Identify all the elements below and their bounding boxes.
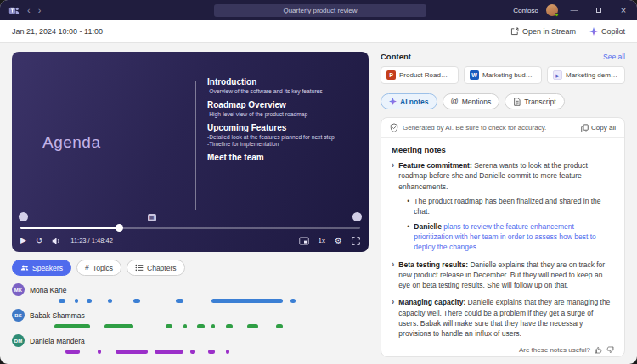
video-file-icon: ▶ (553, 70, 562, 80)
speech-segment (290, 299, 296, 303)
sparkle-icon (389, 98, 397, 105)
thumbs-down-icon[interactable] (606, 346, 614, 354)
note-text: Feature commitment: Serena wants to look… (398, 160, 614, 253)
hash-icon: # (85, 264, 89, 272)
maximize-button[interactable] (590, 6, 607, 14)
tab-transcript[interactable]: Transcript (505, 93, 564, 109)
chapter-marker-icon[interactable]: ▦ (148, 214, 156, 221)
tab-label: Transcript (524, 98, 555, 106)
copilot-icon (589, 27, 598, 36)
minimize-button[interactable]: — (566, 6, 583, 14)
speaker-timeline[interactable] (12, 350, 369, 354)
close-button[interactable]: × (615, 5, 632, 15)
speaker-header: MKMona Kane (12, 283, 369, 296)
timeline-marker-left-icon[interactable] (19, 212, 28, 221)
search-bar[interactable]: Quarterly product review (214, 4, 426, 17)
settings-gear-icon[interactable]: ⚙ (335, 237, 342, 245)
speaker-avatar: MK (12, 283, 25, 296)
speech-segment (226, 350, 229, 354)
filter-chapters[interactable]: Chapters (127, 260, 185, 276)
forward-icon[interactable]: › (38, 6, 42, 15)
slide-bullet: -Timeline for implementation (207, 141, 360, 147)
slide-heading: Meet the team (207, 153, 360, 162)
chevron-right-icon[interactable]: › (392, 297, 394, 339)
filter-label: Topics (93, 264, 113, 272)
account-avatar[interactable] (546, 4, 558, 16)
copy-all-button[interactable]: Copy all (581, 124, 616, 132)
volume-button[interactable] (52, 237, 61, 245)
speaker-row: MKMona Kane (12, 283, 369, 303)
copilot-button[interactable]: Copilot (589, 27, 625, 36)
tab-mentions[interactable]: @Mentions (443, 93, 500, 109)
people-icon (20, 264, 29, 272)
bullet-icon: • (407, 196, 409, 217)
open-in-stream-label: Open in Stream (522, 27, 576, 36)
speech-segment (98, 350, 101, 354)
slide-section: Introduction-Overview of the software an… (207, 77, 360, 94)
slide-bullet: -Detailed look at the features planned f… (207, 134, 360, 140)
speech-segment (116, 350, 148, 354)
transcript-icon (513, 98, 521, 106)
tab-ai-notes[interactable]: AI notes (381, 93, 437, 109)
ai-notes-panel: Generated by AI. Be sure to check for ac… (381, 117, 625, 357)
fullscreen-button[interactable] (352, 237, 360, 245)
replay-10-button[interactable]: ↺ (36, 237, 42, 245)
ai-disclaimer-banner: Generated by AI. Be sure to check for ac… (381, 118, 624, 138)
speaker-avatar: DM (12, 334, 25, 347)
back-icon[interactable]: ‹ (27, 6, 31, 15)
speaker-timeline[interactable] (12, 299, 369, 303)
file-chip[interactable]: PProduct Roadmap... (381, 66, 459, 84)
word-file-icon: W (470, 70, 479, 80)
filter-topics[interactable]: #Topics (76, 260, 121, 276)
playback-speed-button[interactable]: 1x (318, 237, 325, 244)
speech-segment (54, 324, 90, 328)
file-name: Marketing demo... (566, 71, 619, 79)
video-player[interactable]: Agenda Introduction-Overview of the soft… (12, 52, 369, 252)
file-chip[interactable]: ▶Marketing demo... (547, 66, 625, 84)
play-button[interactable]: ▶ (20, 237, 26, 244)
speech-segment (108, 299, 111, 303)
note-sub-rest: The product roadmap has been finalized a… (414, 197, 600, 216)
see-all-link[interactable]: See all (603, 53, 625, 61)
filter-speakers[interactable]: Speakers (12, 260, 71, 276)
speech-segment (166, 324, 172, 328)
file-name: Product Roadmap... (399, 71, 453, 79)
note-item: ›Beta testing results: Danielle explains… (392, 260, 614, 291)
timeline-marker-right-icon[interactable] (352, 212, 362, 221)
speech-segment (197, 324, 204, 328)
chevron-right-icon[interactable]: › (392, 260, 394, 291)
meeting-datetime: Jan 21, 2024 10:00 - 11:00 (12, 27, 103, 36)
speech-segment (226, 324, 233, 328)
speaker-avatar: BS (12, 309, 25, 322)
speech-segment (65, 350, 80, 354)
open-in-stream-button[interactable]: Open in Stream (510, 27, 576, 36)
notes-body: Meeting notes ›Feature commitment: Seren… (381, 138, 624, 356)
speaker-name: Babak Shammas (30, 311, 85, 320)
slide-section: Upcoming Features-Detailed look at the f… (207, 123, 360, 147)
file-chips: PProduct Roadmap...WMarketing budget...▶… (381, 66, 625, 84)
note-lead: Feature commitment: (398, 161, 471, 170)
note-sub-text: Danielle plans to review the feature enh… (414, 221, 614, 253)
thumbs-up-icon[interactable] (595, 346, 602, 354)
note-sub-rest: plans to review the feature enhancement … (414, 222, 596, 252)
chevron-right-icon[interactable]: › (392, 160, 394, 253)
meeting-header: Jan 21, 2024 10:00 - 11:00 Open in Strea… (0, 20, 637, 43)
speaker-timeline[interactable] (12, 324, 369, 328)
copy-icon (581, 124, 589, 132)
note-lead: Beta testing results: (398, 260, 468, 269)
slide-heading: Roadmap Overview (207, 100, 360, 109)
ai-disclaimer-text: Generated by AI. Be sure to check for ac… (403, 124, 577, 132)
note-lead: Managing capacity: (398, 298, 465, 306)
panel-tabs: AI notes@MentionsTranscript (381, 93, 625, 109)
filter-pills: Speakers#TopicsChapters (12, 260, 369, 276)
slide-content: Introduction-Overview of the software an… (207, 77, 360, 164)
picture-in-picture-button[interactable] (299, 237, 309, 245)
speaker-list: MKMona KaneBSBabak ShammasDMDaniela Mand… (12, 283, 369, 357)
speech-segment (276, 324, 283, 328)
slide-bullet: -Overview of the software and its key fe… (207, 88, 360, 94)
speaker-header: DMDaniela Mandera (12, 334, 369, 347)
note-item: ›Managing capacity: Danielle explains th… (392, 297, 614, 339)
speech-segment (75, 299, 78, 303)
speaker-name: Daniela Mandera (30, 337, 85, 345)
file-chip[interactable]: WMarketing budget... (464, 66, 542, 84)
